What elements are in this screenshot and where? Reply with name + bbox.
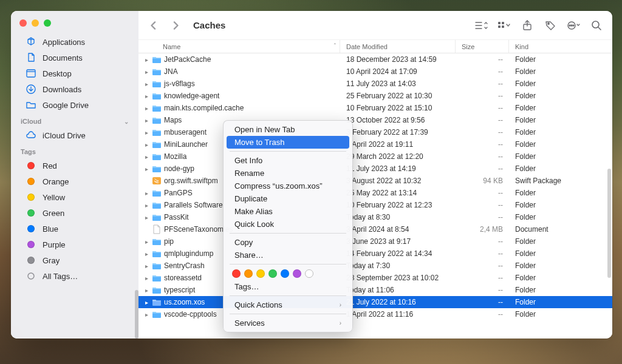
column-header-size[interactable]: Size	[456, 40, 509, 53]
sidebar-tag-blue[interactable]: Blue	[15, 221, 135, 237]
context-menu-item-compress-us-zoom-xos[interactable]: Compress “us.zoom.xos”	[224, 180, 352, 192]
disclosure-triangle-icon[interactable]: ▸	[143, 56, 149, 63]
tag-color-orange[interactable]	[244, 269, 253, 278]
context-menu-item-quick-actions[interactable]: Quick Actions›	[224, 298, 352, 311]
file-row[interactable]: ▸us.zoom.xos21 July 2022 at 10:16--Folde…	[138, 296, 612, 308]
disclosure-triangle-icon[interactable]: ▸	[143, 311, 149, 318]
search-icon[interactable]	[589, 18, 604, 33]
disclosure-triangle-icon[interactable]: ▸	[143, 202, 149, 209]
file-row[interactable]: ▸PanGPS25 May 2022 at 13:14--Folder	[138, 187, 612, 199]
disclosure-triangle-icon[interactable]: ▸	[143, 153, 149, 160]
context-menu-item-open-in-new-tab[interactable]: Open in New Tab	[224, 123, 352, 136]
sidebar-tag-all-tags-[interactable]: All Tags…	[15, 268, 135, 284]
sidebar-item-desktop[interactable]: Desktop	[15, 66, 135, 81]
file-row[interactable]: ▸knowledge-agent25 February 2022 at 10:3…	[138, 90, 612, 102]
sidebar-item-downloads[interactable]: Downloads	[15, 81, 135, 97]
nav-back-button[interactable]	[147, 19, 160, 32]
disclosure-triangle-icon[interactable]: ▸	[143, 275, 149, 281]
sidebar-tag-yellow[interactable]: Yellow	[15, 189, 135, 205]
file-row[interactable]: ▸node-gyp11 July 2023 at 14:19--Folder	[138, 163, 612, 175]
tag-color-purple[interactable]	[293, 269, 301, 278]
disclosure-triangle-icon[interactable]: ▸	[143, 287, 149, 294]
svg-rect-19	[152, 177, 161, 184]
sidebar-tag-gray[interactable]: Gray	[15, 252, 135, 268]
context-menu-item-quick-look[interactable]: Quick Look	[224, 218, 352, 231]
sidebar-tag-orange[interactable]: Orange	[15, 174, 135, 189]
sidebar-item-icloud-drive[interactable]: iCloud Drive	[15, 127, 135, 143]
close-window-button[interactable]	[19, 19, 27, 27]
context-menu-item-tags[interactable]: Tags…	[224, 280, 352, 293]
file-row[interactable]: ▸Maps13 October 2022 at 9:56--Folder	[138, 114, 612, 126]
file-row[interactable]: ▸typescriptToday at 11:06--Folder	[138, 284, 612, 296]
tags-icon[interactable]	[543, 18, 558, 33]
context-menu-item-get-info[interactable]: Get Info	[224, 154, 352, 167]
disclosure-triangle-icon[interactable]: ▸	[143, 190, 149, 197]
sidebar-tag-red[interactable]: Red	[15, 158, 135, 174]
tag-color-gray[interactable]	[305, 269, 313, 278]
disclosure-triangle-icon[interactable]: ▸	[143, 69, 149, 75]
disclosure-triangle-icon[interactable]: ▸	[143, 105, 149, 112]
context-menu-item-copy[interactable]: Copy	[224, 236, 352, 249]
file-row[interactable]: ▸pip3 June 2023 at 9:17--Folder	[138, 235, 612, 248]
tag-color-blue[interactable]	[281, 269, 289, 278]
sidebar-item-applications[interactable]: Applications	[15, 34, 135, 50]
group-icon[interactable]	[497, 18, 511, 33]
tag-color-yellow[interactable]	[256, 269, 265, 278]
share-icon[interactable]	[520, 18, 535, 33]
file-row[interactable]: ▸JNA10 April 2024 at 17:09--Folder	[138, 66, 612, 78]
file-row[interactable]: ▸PassKitToday at 8:30--Folder	[138, 211, 612, 223]
context-menu-item-rename[interactable]: Rename	[224, 167, 352, 180]
disclosure-triangle-icon[interactable]: ▸	[143, 166, 149, 172]
file-row[interactable]: ▸Mozilla29 March 2022 at 12:20--Folder	[138, 150, 612, 163]
sidebar-section-icloud[interactable]: iCloud ⌄	[11, 113, 138, 127]
file-date: 11 July 2023 at 14:19	[340, 164, 456, 173]
minimize-window-button[interactable]	[32, 19, 39, 27]
file-row[interactable]: ▸JetPackCache18 December 2023 at 14:59--…	[138, 53, 612, 66]
sidebar-section-tags[interactable]: Tags	[11, 143, 138, 158]
disclosure-triangle-icon[interactable]: ▸	[143, 214, 149, 221]
file-row[interactable]: ▸qmlplugindump14 February 2022 at 14:34-…	[138, 248, 612, 260]
file-row[interactable]: ▸js-v8flags11 July 2023 at 14:03--Folder	[138, 78, 612, 90]
nav-forward-button[interactable]	[169, 19, 182, 32]
context-menu-item-move-to-trash[interactable]: Move to Trash	[227, 136, 349, 149]
sidebar-item-documents[interactable]: Documents	[15, 50, 135, 66]
file-row[interactable]: ▸Parallels Software10 February 2022 at 1…	[138, 199, 612, 211]
disclosure-triangle-icon[interactable]: ▸	[143, 129, 149, 136]
column-header-name[interactable]: Name ˆ	[138, 40, 340, 53]
disclosure-triangle-icon[interactable]: ▸	[143, 117, 149, 124]
folder-icon	[152, 309, 162, 319]
view-list-icon[interactable]	[474, 18, 488, 33]
context-menu-item-make-alias[interactable]: Make Alias	[224, 205, 352, 218]
file-row[interactable]: ▸mbuseragent3 February 2022 at 17:39--Fo…	[138, 126, 612, 138]
file-row[interactable]: ▸vscode-cpptools1 April 2022 at 11:16--F…	[138, 308, 612, 320]
file-row[interactable]: PFSceneTaxonomies3 April 2024 at 8:542,4…	[138, 223, 612, 235]
window-title: Caches	[193, 20, 225, 30]
context-menu-item-services[interactable]: Services›	[224, 317, 352, 329]
sidebar-item-google-drive[interactable]: Google Drive	[15, 97, 135, 113]
file-row[interactable]: org.swift.swiftpm3 August 2022 at 10:329…	[138, 175, 612, 187]
disclosure-triangle-icon[interactable]: ▸	[143, 299, 149, 306]
file-row[interactable]: ▸MiniLauncher1 April 2022 at 19:11--Fold…	[138, 138, 612, 150]
action-menu-icon[interactable]	[566, 18, 581, 33]
file-row[interactable]: ▸main.kts.compiled.cache10 February 2022…	[138, 102, 612, 114]
tag-color-green[interactable]	[268, 269, 277, 278]
column-header-date[interactable]: Date Modified	[340, 40, 456, 53]
disclosure-triangle-icon[interactable]: ▸	[143, 141, 149, 148]
file-row[interactable]: ▸storeassetd28 September 2023 at 10:02--…	[138, 272, 612, 284]
file-row[interactable]: ▸SentryCrashToday at 7:30--Folder	[138, 260, 612, 272]
tag-color-red[interactable]	[232, 269, 241, 278]
sidebar-tag-green[interactable]: Green	[15, 205, 135, 221]
context-menu-item-label: Rename	[234, 169, 264, 178]
disclosure-triangle-icon[interactable]: ▸	[143, 263, 149, 269]
disclosure-triangle-icon[interactable]: ▸	[143, 81, 149, 87]
content-scrollbar[interactable]	[607, 169, 611, 278]
sidebar-tag-purple[interactable]: Purple	[15, 237, 135, 252]
disclosure-triangle-icon[interactable]: ▸	[143, 238, 149, 245]
context-menu-item-share[interactable]: Share…	[224, 249, 352, 261]
column-header-kind[interactable]: Kind	[509, 40, 612, 53]
file-list[interactable]: ▸JetPackCache18 December 2023 at 14:59--…	[138, 53, 612, 339]
zoom-window-button[interactable]	[44, 19, 51, 27]
disclosure-triangle-icon[interactable]: ▸	[143, 251, 149, 257]
disclosure-triangle-icon[interactable]: ▸	[143, 93, 149, 99]
context-menu-item-duplicate[interactable]: Duplicate	[224, 192, 352, 205]
